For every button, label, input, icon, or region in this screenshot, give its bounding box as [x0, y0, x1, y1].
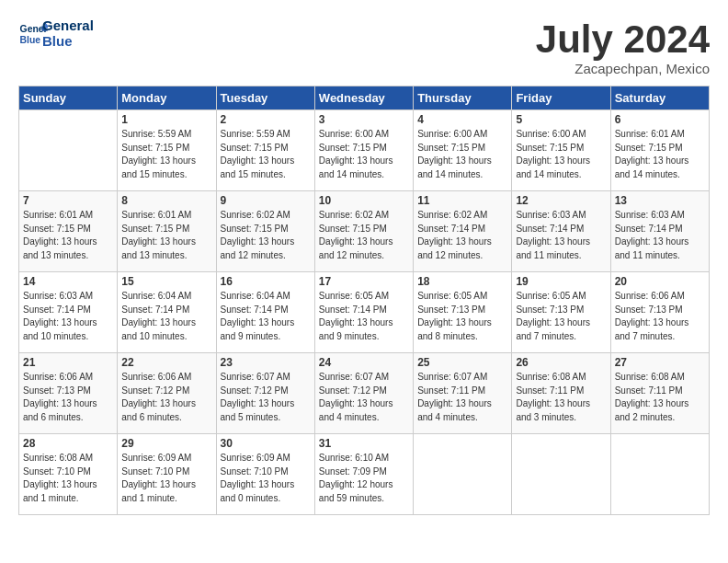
day-number: 11: [417, 194, 507, 207]
logo: General Blue General Blue: [18, 18, 94, 49]
day-number: 16: [221, 275, 311, 288]
sunset-text: Sunset: 7:14 PM: [615, 223, 705, 236]
sunset-text: Sunset: 7:13 PM: [417, 304, 507, 317]
sunset-text: Sunset: 7:09 PM: [319, 465, 409, 479]
daylight-text: Daylight: 13 hours and 4 minutes.: [417, 397, 507, 424]
sunset-text: Sunset: 7:12 PM: [221, 385, 311, 398]
calendar-page: General Blue General Blue July 2024 Zaca…: [0, 0, 728, 563]
sunrise-text: Sunrise: 6:00 AM: [319, 128, 409, 142]
table-row: 19 Sunrise: 6:05 AM Sunset: 7:13 PM Dayl…: [512, 272, 610, 353]
sunset-text: Sunset: 7:11 PM: [516, 385, 606, 398]
daylight-text: Daylight: 13 hours and 10 minutes.: [23, 316, 113, 343]
day-info: Sunrise: 6:03 AM Sunset: 7:14 PM Dayligh…: [516, 209, 606, 262]
sunrise-text: Sunrise: 5:59 AM: [121, 128, 211, 142]
sunrise-text: Sunrise: 6:08 AM: [516, 371, 606, 385]
table-row: [512, 434, 610, 515]
day-number: 14: [23, 275, 113, 288]
sunrise-text: Sunrise: 6:10 AM: [319, 452, 409, 465]
sunrise-text: Sunrise: 5:59 AM: [221, 128, 311, 142]
col-tuesday: Tuesday: [216, 86, 314, 110]
day-info: Sunrise: 6:06 AM Sunset: 7:12 PM Dayligh…: [121, 371, 211, 424]
sunrise-text: Sunrise: 6:06 AM: [121, 371, 211, 385]
month-title: July 2024: [536, 18, 710, 61]
table-row: 9 Sunrise: 6:02 AM Sunset: 7:15 PM Dayli…: [216, 191, 314, 272]
sunset-text: Sunset: 7:14 PM: [417, 223, 507, 236]
day-info: Sunrise: 6:10 AM Sunset: 7:09 PM Dayligh…: [319, 452, 409, 505]
sunrise-text: Sunrise: 6:02 AM: [221, 209, 311, 223]
table-row: 28 Sunrise: 6:08 AM Sunset: 7:10 PM Dayl…: [19, 434, 118, 515]
daylight-text: Daylight: 13 hours and 4 minutes.: [319, 397, 409, 424]
logo-line1: General: [42, 18, 94, 34]
sunrise-text: Sunrise: 6:03 AM: [516, 209, 606, 223]
sunset-text: Sunset: 7:15 PM: [221, 142, 311, 155]
table-row: 1 Sunrise: 5:59 AM Sunset: 7:15 PM Dayli…: [118, 110, 216, 191]
calendar-header-row: Sunday Monday Tuesday Wednesday Thursday…: [19, 86, 710, 110]
daylight-text: Daylight: 13 hours and 8 minutes.: [417, 316, 507, 343]
table-row: 5 Sunrise: 6:00 AM Sunset: 7:15 PM Dayli…: [512, 110, 610, 191]
table-row: 18 Sunrise: 6:05 AM Sunset: 7:13 PM Dayl…: [414, 272, 512, 353]
day-info: Sunrise: 5:59 AM Sunset: 7:15 PM Dayligh…: [221, 128, 311, 181]
location: Zacapechpan, Mexico: [536, 61, 710, 76]
day-info: Sunrise: 6:02 AM Sunset: 7:14 PM Dayligh…: [417, 209, 507, 262]
daylight-text: Daylight: 13 hours and 14 minutes.: [319, 155, 409, 181]
day-info: Sunrise: 6:04 AM Sunset: 7:14 PM Dayligh…: [221, 290, 311, 343]
sunset-text: Sunset: 7:15 PM: [221, 223, 311, 236]
daylight-text: Daylight: 13 hours and 13 minutes.: [121, 236, 211, 262]
sunset-text: Sunset: 7:12 PM: [319, 385, 409, 398]
daylight-text: Daylight: 13 hours and 11 minutes.: [516, 236, 606, 262]
sunset-text: Sunset: 7:14 PM: [516, 223, 606, 236]
table-row: 14 Sunrise: 6:03 AM Sunset: 7:14 PM Dayl…: [19, 272, 118, 353]
daylight-text: Daylight: 13 hours and 7 minutes.: [615, 316, 705, 343]
day-number: 21: [23, 356, 113, 369]
sunrise-text: Sunrise: 6:01 AM: [23, 209, 113, 223]
daylight-text: Daylight: 13 hours and 9 minutes.: [319, 316, 409, 343]
sunrise-text: Sunrise: 6:00 AM: [417, 128, 507, 142]
day-number: 23: [221, 356, 311, 369]
daylight-text: Daylight: 13 hours and 1 minute.: [121, 478, 211, 505]
day-number: 26: [516, 356, 606, 369]
sunset-text: Sunset: 7:10 PM: [221, 465, 311, 479]
daylight-text: Daylight: 13 hours and 14 minutes.: [516, 155, 606, 181]
sunrise-text: Sunrise: 6:08 AM: [615, 371, 705, 385]
sunset-text: Sunset: 7:15 PM: [23, 223, 113, 236]
sunrise-text: Sunrise: 6:02 AM: [417, 209, 507, 223]
day-info: Sunrise: 6:04 AM Sunset: 7:14 PM Dayligh…: [121, 290, 211, 343]
sunrise-text: Sunrise: 6:05 AM: [319, 290, 409, 304]
sunset-text: Sunset: 7:10 PM: [23, 465, 113, 479]
table-row: 26 Sunrise: 6:08 AM Sunset: 7:11 PM Dayl…: [512, 353, 610, 434]
table-row: 8 Sunrise: 6:01 AM Sunset: 7:15 PM Dayli…: [118, 191, 216, 272]
table-row: 20 Sunrise: 6:06 AM Sunset: 7:13 PM Dayl…: [610, 272, 709, 353]
sunset-text: Sunset: 7:12 PM: [121, 385, 211, 398]
day-info: Sunrise: 6:06 AM Sunset: 7:13 PM Dayligh…: [23, 371, 113, 424]
sunrise-text: Sunrise: 6:07 AM: [221, 371, 311, 385]
day-number: 22: [121, 356, 211, 369]
day-number: 6: [615, 113, 705, 126]
day-info: Sunrise: 6:07 AM Sunset: 7:12 PM Dayligh…: [319, 371, 409, 424]
day-number: 2: [221, 113, 311, 126]
table-row: 11 Sunrise: 6:02 AM Sunset: 7:14 PM Dayl…: [414, 191, 512, 272]
sunrise-text: Sunrise: 6:03 AM: [615, 209, 705, 223]
day-info: Sunrise: 6:02 AM Sunset: 7:15 PM Dayligh…: [221, 209, 311, 262]
table-row: 29 Sunrise: 6:09 AM Sunset: 7:10 PM Dayl…: [118, 434, 216, 515]
title-block: July 2024 Zacapechpan, Mexico: [536, 18, 710, 76]
day-number: 3: [319, 113, 409, 126]
sunrise-text: Sunrise: 6:03 AM: [23, 290, 113, 304]
day-number: 27: [615, 356, 705, 369]
col-friday: Friday: [512, 86, 610, 110]
day-info: Sunrise: 6:08 AM Sunset: 7:10 PM Dayligh…: [23, 452, 113, 505]
table-row: 3 Sunrise: 6:00 AM Sunset: 7:15 PM Dayli…: [314, 110, 413, 191]
daylight-text: Daylight: 12 hours and 59 minutes.: [319, 478, 409, 505]
daylight-text: Daylight: 13 hours and 11 minutes.: [615, 236, 705, 262]
day-number: 9: [221, 194, 311, 207]
day-info: Sunrise: 6:09 AM Sunset: 7:10 PM Dayligh…: [221, 452, 311, 505]
day-info: Sunrise: 6:05 AM Sunset: 7:13 PM Dayligh…: [516, 290, 606, 343]
col-wednesday: Wednesday: [314, 86, 413, 110]
day-number: 5: [516, 113, 606, 126]
sunset-text: Sunset: 7:14 PM: [221, 304, 311, 317]
table-row: 7 Sunrise: 6:01 AM Sunset: 7:15 PM Dayli…: [19, 191, 118, 272]
sunset-text: Sunset: 7:15 PM: [516, 142, 606, 155]
sunset-text: Sunset: 7:15 PM: [319, 142, 409, 155]
sunrise-text: Sunrise: 6:08 AM: [23, 452, 113, 465]
page-header: General Blue General Blue July 2024 Zaca…: [18, 18, 710, 76]
day-info: Sunrise: 6:03 AM Sunset: 7:14 PM Dayligh…: [23, 290, 113, 343]
